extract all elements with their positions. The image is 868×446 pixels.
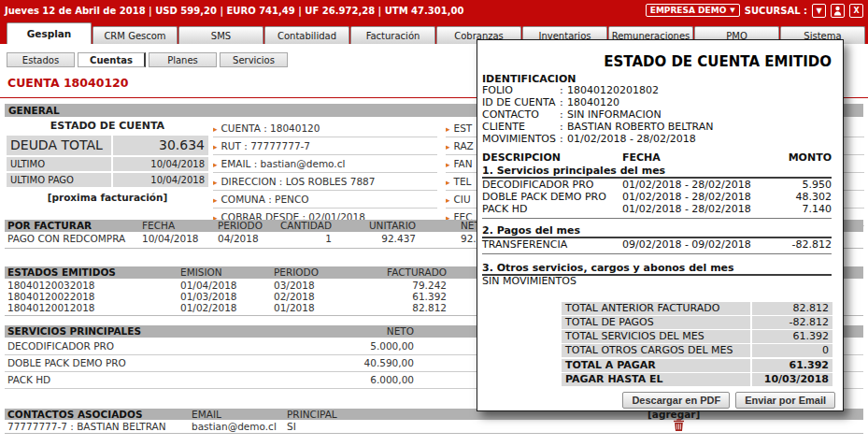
col-descripcion: DESCRIPCION <box>482 152 561 164</box>
descargar-pdf-button[interactable]: Descargar en PDF <box>622 392 730 409</box>
detail-monto: 5.950 <box>803 180 832 191</box>
detail-row: DOBLE PACK DEMO PRO 01/02/2018 - 28/02/2… <box>477 192 843 203</box>
detail-name: DOBLE PACK DEMO PRO <box>482 192 606 203</box>
colon: : <box>560 97 563 108</box>
summary-label: PAGAR HASTA EL <box>562 373 750 386</box>
ultimo-vencimiento-row: ULTIMO VENCIMIENTO 10/04/2018 <box>7 157 208 171</box>
field-right-1-text: EST <box>454 122 473 134</box>
section-1-title: 1. Servicios principales del mes <box>482 165 832 179</box>
divider <box>482 218 832 219</box>
sp-neto: 6.000,00 <box>320 372 414 388</box>
col-monto: MONTO <box>789 152 832 164</box>
close-button[interactable]: X <box>849 4 863 18</box>
summary-label: TOTAL SERVICIOS DEL MES <box>562 330 750 343</box>
ultimo-pago-row: ULTIMO PAGO 10/04/2018 <box>7 173 208 187</box>
date-currency-info: Jueves 12 de Abril de 2018 | USD 599,20 … <box>5 6 463 16</box>
sucursal-dropdown[interactable]: ▼ <box>812 4 826 18</box>
pf-fecha: 10/04/2018 <box>142 233 199 245</box>
id-row-contacto: CONTACTO : SIN INFORMACION <box>482 109 837 121</box>
bullet-icon: ▸ <box>446 142 450 151</box>
divider <box>5 433 863 434</box>
detail-row: TRANSFERENCIA 09/02/2018 - 09/02/2018 -8… <box>477 239 843 251</box>
ultimo-vencimiento-label: ULTIMO VENCIMIENTO <box>7 157 111 171</box>
detail-monto: 7.140 <box>803 204 832 215</box>
col-cantidad: CANTIDAD <box>243 220 332 232</box>
detail-name: PACK HD <box>482 204 527 215</box>
ultimo-vencimiento-value: 10/04/2018 <box>113 157 208 171</box>
id-label: ID DE CUENTA <box>482 97 555 108</box>
ee-periodo: 01/2018 <box>274 302 315 314</box>
subtab-servicios[interactable]: Servicios <box>220 52 288 67</box>
empresa-dropdown-label: EMPRESA DEMO <box>650 6 727 15</box>
close-icon: X <box>853 7 859 15</box>
bullet-icon: ▸ <box>446 160 450 169</box>
col-neto: NETO <box>320 325 414 338</box>
col-fecha: FECHA <box>622 152 661 164</box>
app-window: Jueves 12 de Abril de 2018 | USD 599,20 … <box>0 0 868 446</box>
enviar-email-button[interactable]: Enviar por Email <box>735 392 835 409</box>
detail-fecha: 01/02/2018 - 28/02/2018 <box>622 192 751 203</box>
trash-icon <box>674 419 684 431</box>
id-row-movimientos: MOVIMIENTOS : 01/02/2018 - 28/02/2018 <box>482 134 837 145</box>
detail-monto: 48.302 <box>796 192 832 203</box>
section-3-empty: SIN MOVIMIENTOS <box>477 276 843 287</box>
section-3-title: 3. Otros servicios, cargos y abonos del … <box>482 262 832 276</box>
bullet-icon: ▸ <box>446 124 450 134</box>
detail-fecha: 09/02/2018 - 09/02/2018 <box>622 239 751 251</box>
divider <box>482 253 832 254</box>
subtab-cuentas[interactable]: Cuentas <box>78 52 146 67</box>
col-facturado: FACTURADO <box>353 266 447 279</box>
summary-row: TOTAL SERVICIOS DEL MES 61.392 <box>562 330 832 343</box>
summary-value: 0 <box>752 344 832 357</box>
estado-cuenta-emitido-dialog: ESTADO DE CUENTA EMITIDO IDENTIFICACION … <box>477 39 844 411</box>
tab-facturacion[interactable]: Facturación <box>350 26 435 44</box>
user-button[interactable] <box>831 4 845 18</box>
id-value: SIN INFORMACION <box>567 109 662 121</box>
summary-row-total: TOTAL A PAGAR 61.392 <box>562 359 832 372</box>
servicios-principales-title: SERVICIOS PRINCIPALES <box>7 325 141 338</box>
contacto-principal: SI <box>287 421 296 432</box>
pf-cantidad: 1 <box>243 233 332 245</box>
id-value: 18040120 <box>567 97 619 108</box>
dialog-title: ESTADO DE CUENTA EMITIDO <box>604 53 832 70</box>
field-right-4-text: TEL <box>454 176 472 187</box>
ultimo-pago-value: 10/04/2018 <box>113 173 208 187</box>
estado-de-cuenta-panel: ESTADO DE CUENTA DEUDA TOTAL 30.634 ULTI… <box>7 120 208 203</box>
section-2-title: 2. Pagos del mes <box>482 224 832 238</box>
colon: : <box>560 109 563 121</box>
tab-contabilidad[interactable]: Contabilidad <box>264 26 349 44</box>
deuda-total-label: DEUDA TOTAL <box>7 136 111 155</box>
field-email: ▸EMAIL : bastian@demo.cl <box>213 155 437 173</box>
detail-fecha: 01/02/2018 - 28/02/2018 <box>622 204 751 215</box>
summary-value: -82.812 <box>752 316 832 329</box>
ee-id: 18040120012018 <box>7 302 95 314</box>
col-principal: PRINCIPAL <box>287 409 337 420</box>
field-right-3-text: FAN <box>454 158 473 169</box>
tab-gesplan[interactable]: Gesplan <box>7 22 92 44</box>
sp-neto: 40.590,00 <box>320 355 414 371</box>
bullet-icon: ▸ <box>446 178 450 187</box>
tab-crm-gescom[interactable]: CRM Gescom <box>92 26 178 44</box>
delete-contact-button[interactable] <box>674 419 684 431</box>
empty-text: SIN MOVIMIENTOS <box>482 276 576 287</box>
field-rut-text: RUT : 77777777-7 <box>221 140 311 151</box>
summary-value: 61.392 <box>752 359 832 372</box>
field-email-text: EMAIL : bastian@demo.cl <box>221 158 346 169</box>
subtab-planes[interactable]: Planes <box>149 52 217 67</box>
colon: : <box>560 134 563 145</box>
empresa-dropdown[interactable]: EMPRESA DEMO ▼ <box>646 4 740 17</box>
contacto-row[interactable]: 77777777-7 : BASTIAN BELTRAN bastian@dem… <box>5 421 863 432</box>
proxima-facturacion-link[interactable]: [proxima facturación] <box>7 192 208 203</box>
summary-label: TOTAL ANTERIOR FACTURADO <box>562 302 750 315</box>
tab-sms[interactable]: SMS <box>178 26 263 44</box>
id-label: FOLIO <box>482 85 513 96</box>
sp-neto: 5.000,00 <box>320 338 414 354</box>
colon: : <box>560 85 563 96</box>
user-icon <box>833 6 842 16</box>
field-rut: ▸RUT : 77777777-7 <box>213 137 437 155</box>
sp-name: DECODIFICADOR PRO <box>7 338 114 354</box>
bullet-icon: ▸ <box>213 160 218 169</box>
summary-row: TOTAL OTROS CARGOS DEL MES 0 <box>562 344 832 357</box>
subtab-estados[interactable]: Estados <box>7 52 75 67</box>
bullet-icon: ▸ <box>213 142 218 151</box>
